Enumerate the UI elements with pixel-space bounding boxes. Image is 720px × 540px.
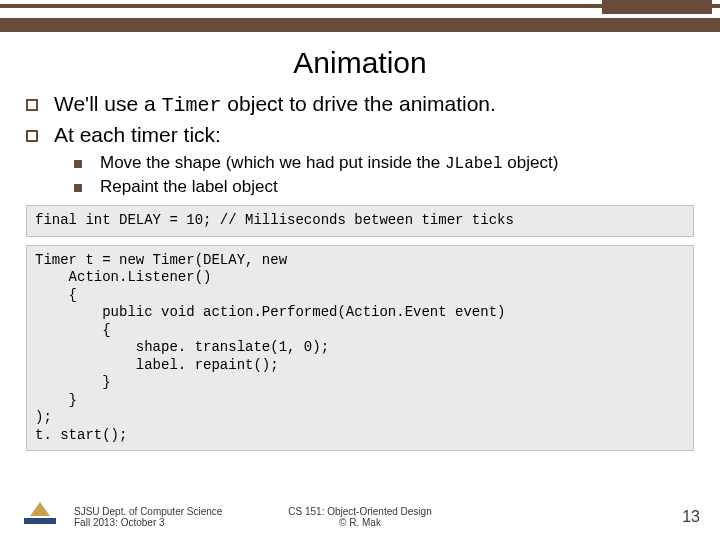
bullet-text: Repaint the label object xyxy=(100,177,278,197)
bullet-level1: At each timer tick: xyxy=(26,123,694,147)
bullet-level2: Repaint the label object xyxy=(26,177,694,197)
slide-footer: SJSU Dept. of Computer Science Fall 2013… xyxy=(0,498,720,532)
slide-title: Animation xyxy=(0,46,720,80)
bullet-square-icon xyxy=(26,99,38,111)
bullet-text: We'll use a Timer object to drive the an… xyxy=(54,92,496,117)
footer-left-text: SJSU Dept. of Computer Science Fall 2013… xyxy=(74,506,222,528)
bullet-level2: Move the shape (which we had put inside … xyxy=(26,153,694,173)
slide: Animation We'll use a Timer object to dr… xyxy=(0,0,720,540)
bullet-filled-square-icon xyxy=(74,160,82,168)
footer-center-text: CS 151: Object-Oriented Design © R. Mak xyxy=(288,506,431,528)
bullet-filled-square-icon xyxy=(74,184,82,192)
code-block-delay: final int DELAY = 10; // Milliseconds be… xyxy=(26,205,694,237)
bullet-text: At each timer tick: xyxy=(54,123,221,147)
bullet-level1: We'll use a Timer object to drive the an… xyxy=(26,92,694,117)
decorative-top-bars xyxy=(0,0,720,40)
slide-body: We'll use a Timer object to drive the an… xyxy=(26,92,694,451)
sjsu-logo-icon xyxy=(24,502,56,530)
page-number: 13 xyxy=(682,508,700,526)
code-block-timer: Timer t = new Timer(DELAY, new Action.Li… xyxy=(26,245,694,452)
bullet-text: Move the shape (which we had put inside … xyxy=(100,153,558,173)
bullet-square-icon xyxy=(26,130,38,142)
